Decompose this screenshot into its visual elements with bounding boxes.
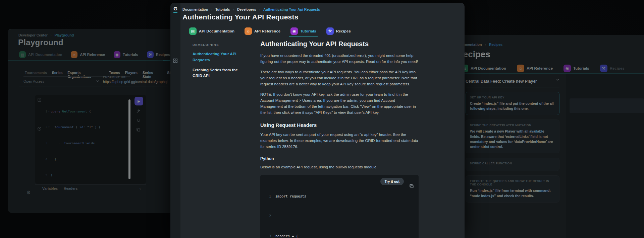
recipe-select[interactable]: Central Data Feed: Create new Player <box>466 78 559 84</box>
run-query-button[interactable]: ▶ <box>135 97 143 105</box>
tab-label: API Reference <box>527 66 553 70</box>
tabs-underline <box>8 60 176 61</box>
tab-variables[interactable]: Variables <box>42 186 58 190</box>
recipes-icon: ⚒ <box>600 65 607 72</box>
recipe-select-value: Central Data Feed: Create new Player <box>466 79 537 84</box>
doc-sidebar: DEVELOPERS Authenticating Your API Reque… <box>180 37 254 238</box>
recipes-icon: ⚒ <box>326 27 334 35</box>
tab-label: API Reference <box>254 29 280 33</box>
recipe-step-card[interactable]: EXECUTE THE QUERIES AND SHOW THE RESULT … <box>466 175 559 202</box>
tab[interactable]: ☼ API Reference <box>245 26 280 36</box>
editor-scrollbar[interactable] <box>128 99 130 179</box>
endpoint-url-value[interactable]: https://api-op.grid.gg/central-data/grap… <box>103 80 167 84</box>
access-select[interactable]: Open Access <box>23 79 44 83</box>
tab[interactable]: ⚒ Recipes <box>600 63 625 73</box>
tab[interactable]: ◉ Tutorials <box>114 49 138 60</box>
tab-headers[interactable]: Headers <box>64 186 77 190</box>
tab-label: Tutorials <box>573 66 589 70</box>
tab-label: API Reference <box>80 53 105 57</box>
api-reference-icon: ☼ <box>517 65 524 72</box>
api-documentation-icon: ▤ <box>19 51 26 58</box>
tab-label: Tutorials <box>123 53 138 57</box>
entity-subnav: Tournaments Series Esports Organizations… <box>25 71 176 79</box>
step-label: EXECUTE THE QUERIES AND SHOW THE RESULT … <box>470 179 555 186</box>
doc-article: Authenticating Your API Requests If you … <box>260 37 419 238</box>
paragraph: There are two ways to authenticate your … <box>260 69 419 87</box>
tab[interactable]: ⚒ Recipes <box>326 26 351 36</box>
article-title: Authenticating Your API Requests <box>260 40 419 48</box>
step-description: We will create a new Player with all ava… <box>470 129 555 149</box>
recipes-icon: ⚒ <box>147 51 154 58</box>
grid-menu-icon[interactable] <box>173 58 178 64</box>
copy-icon[interactable] <box>389 179 414 195</box>
subnav-item[interactable]: Esports Organizations <box>67 71 104 79</box>
api-documentation-icon: ▤ <box>189 27 197 35</box>
chevron-down-icon[interactable] <box>96 80 99 82</box>
tab[interactable]: ◉ Tutorials <box>564 63 589 73</box>
fold-caret-icon[interactable] <box>47 141 51 145</box>
collapse-icon[interactable]: ‹ <box>140 186 141 191</box>
fold-caret-icon[interactable]: ▾ <box>47 125 51 129</box>
tab[interactable]: ▤ API Documentation <box>461 63 506 73</box>
fold-caret-icon[interactable] <box>47 157 51 161</box>
desktop-background: Developer Center Playground Playground ▤… <box>0 0 644 238</box>
tab-label: Recipes <box>156 53 170 57</box>
chevron-down-icon <box>556 79 559 81</box>
tutorials-icon: ◉ <box>114 51 120 58</box>
tab[interactable]: ☼ API Reference <box>517 63 553 73</box>
subnav-item[interactable]: Series <box>52 71 63 79</box>
sidebar-item[interactable]: Fetching Series from the GRID API <box>193 67 248 79</box>
breadcrumb-item[interactable]: Tutorials <box>211 7 230 11</box>
sidebar-section-heading: DEVELOPERS <box>193 43 254 47</box>
section-heading: Using Request Headers <box>260 122 419 128</box>
docs-icon[interactable] <box>37 97 42 103</box>
breadcrumb-item[interactable]: Playground <box>50 33 74 37</box>
divider <box>466 87 559 87</box>
prettify-icon[interactable] <box>136 109 141 115</box>
tab-label: Recipes <box>336 29 351 33</box>
graphql-editor[interactable]: 1 ▾ query GetTournament { 2 ▾ tournament… <box>35 95 146 184</box>
recipe-step-card[interactable]: DEFINE THE CREATEPLAYER MUTATION We will… <box>466 120 559 153</box>
divider <box>35 184 146 185</box>
gear-icon[interactable]: ⚙ <box>26 190 31 195</box>
grid-logo[interactable]: G <box>170 6 180 13</box>
step-description: Run “index.js” file from terminal with c… <box>470 188 555 198</box>
copy-icon[interactable] <box>136 127 141 133</box>
subnav-item[interactable]: Tournaments <box>25 71 47 79</box>
tab[interactable]: ☼ API Reference <box>71 49 105 60</box>
fold-caret-icon[interactable] <box>47 173 51 177</box>
recipe-step-card[interactable]: DEFINE CALLER FUNCTION <box>466 158 559 171</box>
tab[interactable]: ◉ Tutorials <box>290 26 316 36</box>
tab[interactable]: ⚒ Recipes <box>147 49 170 60</box>
editor-code[interactable]: 1 ▾ query GetTournament { 2 ▾ tournament… <box>43 97 128 182</box>
breadcrumb-item[interactable]: Developer Center <box>18 33 48 37</box>
history-icon[interactable] <box>37 126 42 132</box>
breadcrumb-item[interactable]: Recipes <box>485 43 502 47</box>
code-line: 4 } <box>43 157 128 161</box>
breadcrumb-item[interactable]: Authenticating Your Api Requests <box>259 7 320 11</box>
breadcrumb-item[interactable]: Developers <box>233 7 256 11</box>
left-icon-rail: G <box>170 3 180 238</box>
breadcrumb: Developer Center Playground <box>18 33 74 37</box>
tab[interactable]: ▤ API Documentation <box>19 49 62 60</box>
paragraph: Below is an example API request, using t… <box>260 164 419 170</box>
tab-bar: ▤ API Documentation ☼ API Reference ◉ Tu… <box>189 26 351 36</box>
documentation-window: G Documentation Tutorials Developers Aut… <box>170 3 465 238</box>
logo-accent-bar <box>173 12 177 13</box>
breadcrumb-item[interactable]: Documentation <box>182 7 208 11</box>
tab-label: API Documentation <box>199 29 234 33</box>
merge-icon[interactable] <box>136 118 141 124</box>
step-label: DEFINE THE CREATEPLAYER MUTATION <box>470 124 555 127</box>
recipe-steps: SET UP YOUR API KEY Create “index.js” fi… <box>466 92 559 203</box>
code-line: 2 ▾ tournament ( id: "1" ) { <box>43 125 128 129</box>
recipe-step-card[interactable]: SET UP YOUR API KEY Create “index.js” fi… <box>466 92 559 115</box>
tab[interactable]: ▤ API Documentation <box>189 26 234 36</box>
api-reference-icon: ☼ <box>71 51 77 58</box>
sidebar-item[interactable]: Authenticating Your API Requests <box>193 51 248 63</box>
recipe-code-panel: 1 API_KEY = "YOUR_API_KEY" 2 ENDPOINT = … <box>566 74 644 238</box>
subnav-item[interactable]: Series State <box>143 71 162 79</box>
step-label: SET UP YOUR API KEY <box>470 96 555 99</box>
page-title: Playground <box>18 38 63 47</box>
fold-caret-icon[interactable]: ▾ <box>47 109 51 113</box>
tab-bar: ▤ API Documentation ☼ API Reference ◉ Tu… <box>461 63 625 73</box>
